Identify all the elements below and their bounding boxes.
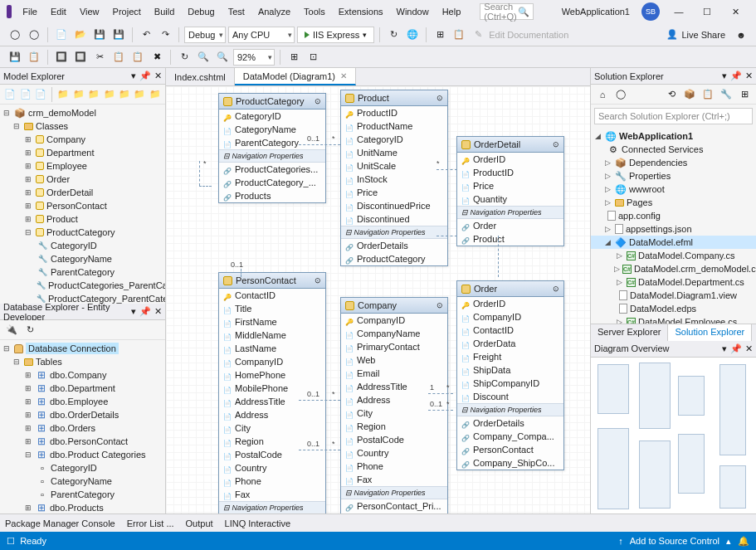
se-sync-icon[interactable]: ⟲ <box>663 86 680 103</box>
collapse-icon[interactable]: ⊙ <box>437 94 443 102</box>
sol-item[interactable]: ▷appsettings.json <box>591 222 756 236</box>
entity-header[interactable]: Order⊙ <box>457 281 563 297</box>
pin-icon[interactable]: 📌 <box>139 306 151 317</box>
collapse-icon[interactable]: ⊙ <box>315 276 321 285</box>
collapse-icon[interactable]: ⊙ <box>553 285 559 293</box>
source-control-icon[interactable]: ↑ <box>618 536 623 546</box>
open-icon[interactable]: 📂 <box>72 27 89 43</box>
db-table[interactable]: ⊞dbo.PersonContact <box>0 435 165 448</box>
sol-file[interactable]: ▷DataModel.Employee.cs <box>591 315 756 324</box>
db-tables[interactable]: ⊟Tables <box>0 355 165 368</box>
tab-datamodel[interactable]: DataModel (Diagram1)✕ <box>235 68 356 85</box>
undo-icon[interactable]: ↶ <box>138 27 154 43</box>
config-dropdown[interactable]: Debug <box>184 27 226 43</box>
quick-search[interactable]: Search (Ctrl+Q) 🔍 <box>480 3 533 20</box>
zoom-dropdown[interactable]: 92% <box>233 49 275 66</box>
entity-nav-property[interactable]: Company_ShipCo... <box>457 456 563 470</box>
tb2-icon-a[interactable]: ⊞ <box>285 49 302 66</box>
diagram-overview[interactable] <box>591 358 756 514</box>
db-table[interactable]: ⊞dbo.Company <box>0 368 165 382</box>
entity-property[interactable]: Quantity <box>457 192 563 206</box>
save-all-icon[interactable]: 💾 <box>110 27 127 43</box>
entity-property[interactable]: ShipCompanyID <box>457 377 563 390</box>
browser-icon[interactable]: 🌐 <box>404 27 421 43</box>
delete-icon[interactable]: ✖ <box>149 49 165 66</box>
entity-product[interactable]: Product⊙ProductIDProductNameCategoryIDUn… <box>340 90 448 266</box>
entity-property[interactable]: FirstName <box>219 315 325 329</box>
entity-property[interactable]: InStock <box>341 173 447 186</box>
entity-productcategory[interactable]: ProductCategory⊙CategoryIDCategoryNamePa… <box>218 93 326 203</box>
sol-datamodel[interactable]: ◢🔷DataModel.efml <box>591 236 756 249</box>
cut-icon[interactable]: ✂ <box>91 49 108 66</box>
tree-prop[interactable]: CategoryID <box>0 239 165 252</box>
paste-icon[interactable]: 📋 <box>129 49 146 66</box>
entity-order[interactable]: Order⊙OrderIDCompanyIDContactIDOrderData… <box>456 280 564 470</box>
sol-item[interactable]: ▷🌐wwwroot <box>591 183 756 196</box>
tb2-icon-1[interactable]: 💾 <box>7 49 23 66</box>
entity-property[interactable]: Country <box>219 461 325 475</box>
add-source-control[interactable]: Add to Source Control <box>630 536 719 546</box>
sol-file[interactable]: DataModel.edps <box>591 302 756 315</box>
entity-header[interactable]: PersonContact⊙ <box>219 273 325 289</box>
minimize-button[interactable]: — <box>665 2 693 21</box>
entity-property[interactable]: ShipData <box>457 363 563 377</box>
tree-class[interactable]: ⊞PersonContact <box>0 199 165 212</box>
entity-nav-property[interactable]: ProductCategory_... <box>219 176 325 189</box>
platform-dropdown[interactable]: Any CPU <box>228 27 295 43</box>
se-btn[interactable]: 📦 <box>681 86 698 103</box>
entity-header[interactable]: OrderDetail⊙ <box>457 137 563 153</box>
me-btn8[interactable]: 📁 <box>118 86 131 103</box>
menu-tools[interactable]: Tools <box>298 3 331 20</box>
db-column[interactable]: ▫CategoryID <box>0 461 165 475</box>
status-icon[interactable]: 🔔 <box>738 536 749 547</box>
sol-file[interactable]: DataModel.Diagram1.view <box>591 289 756 302</box>
chevron-down-icon[interactable]: ▾ <box>131 71 136 81</box>
entity-property[interactable]: Price <box>457 179 563 192</box>
menu-analyze[interactable]: Analyze <box>252 3 296 20</box>
entity-nav-property[interactable]: ProductCategory <box>341 252 447 265</box>
tree-prop[interactable]: ProductCategories_ParentCa <box>0 279 165 292</box>
chevron-down-icon[interactable]: ▾ <box>131 306 136 317</box>
nav-back-icon[interactable]: ◯ <box>7 27 23 43</box>
entity-nav-property[interactable]: PersonContact <box>457 443 563 456</box>
me-btn1[interactable]: 📄 <box>3 86 17 103</box>
btab-output[interactable]: Output <box>186 518 213 528</box>
entity-header[interactable]: Product⊙ <box>341 90 447 106</box>
doc-icon[interactable]: 📋 <box>451 27 467 43</box>
entity-property[interactable]: ProductID <box>341 106 447 119</box>
btab-errorlist[interactable]: Error List ... <box>127 518 174 528</box>
tb2-icon-2[interactable]: 📋 <box>26 49 42 66</box>
db-table[interactable]: ⊞dbo.Department <box>0 382 165 395</box>
feedback-icon[interactable]: ☻ <box>733 27 749 43</box>
entity-property[interactable]: ProductName <box>341 119 447 133</box>
entity-property[interactable]: ContactID <box>219 289 325 302</box>
close-icon[interactable]: ✕ <box>154 306 162 317</box>
entity-nav-property[interactable]: ProductCategories... <box>219 163 325 176</box>
sol-file[interactable]: ▷DataModel.Department.cs <box>591 275 756 289</box>
refresh-icon[interactable]: ↻ <box>385 27 402 43</box>
collapse-icon[interactable]: ⊙ <box>553 140 559 148</box>
menu-help[interactable]: Help <box>437 3 467 20</box>
menu-extensions[interactable]: Extensions <box>333 3 389 20</box>
entity-property[interactable]: Region <box>341 420 447 433</box>
entity-property[interactable]: Phone <box>219 475 325 488</box>
entity-property[interactable]: LastName <box>219 342 325 355</box>
menu-build[interactable]: Build <box>149 3 180 20</box>
tb2-icon-b[interactable]: ⊡ <box>305 49 321 66</box>
entity-nav-property[interactable]: OrderDetails <box>341 239 447 252</box>
menu-window[interactable]: Window <box>391 3 435 20</box>
tree-class[interactable]: ⊞Employee <box>0 159 165 173</box>
start-debug-button[interactable]: IIS Express▾ <box>297 27 374 43</box>
entity-property[interactable]: Fax <box>341 473 447 486</box>
me-btn6[interactable]: 📁 <box>87 86 100 103</box>
entity-property[interactable]: PrimaryContact <box>341 340 447 353</box>
maximize-button[interactable]: ☐ <box>693 2 721 21</box>
sol-file[interactable]: ▷DataModel.crm_demoModel.cs <box>591 262 756 275</box>
ptab-solution[interactable]: Solution Explorer <box>667 324 752 341</box>
entity-nav-property[interactable]: Product <box>457 232 563 246</box>
entity-header[interactable]: Company⊙ <box>341 298 447 314</box>
entity-property[interactable]: Discount <box>457 390 563 403</box>
close-icon[interactable]: ✕ <box>745 71 753 81</box>
zoom-out-icon[interactable]: 🔍 <box>214 49 231 66</box>
sol-item[interactable]: app.config <box>591 209 756 222</box>
